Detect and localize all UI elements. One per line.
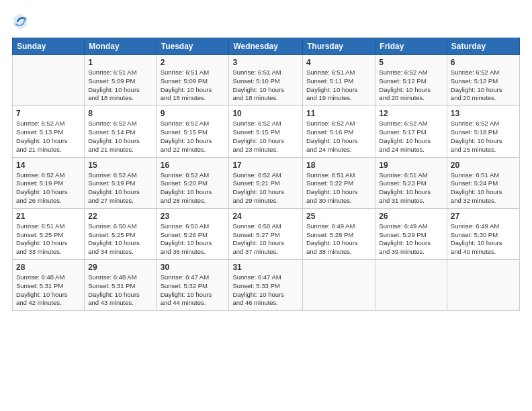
day-number: 18 bbox=[306, 161, 371, 170]
day-info: Sunrise: 6:52 AM Sunset: 5:14 PM Dayligh… bbox=[88, 120, 152, 154]
day-number: 31 bbox=[232, 263, 299, 272]
day-number: 9 bbox=[161, 109, 226, 118]
calendar-week-row: 7Sunrise: 6:52 AM Sunset: 5:13 PM Daylig… bbox=[13, 106, 520, 157]
day-number: 28 bbox=[16, 263, 81, 272]
day-info: Sunrise: 6:51 AM Sunset: 5:09 PM Dayligh… bbox=[161, 68, 226, 103]
day-info: Sunrise: 6:52 AM Sunset: 5:15 PM Dayligh… bbox=[161, 120, 226, 154]
day-info: Sunrise: 6:51 AM Sunset: 5:22 PM Dayligh… bbox=[306, 171, 371, 205]
day-number: 10 bbox=[232, 109, 299, 118]
day-number: 24 bbox=[232, 212, 299, 221]
day-info: Sunrise: 6:52 AM Sunset: 5:20 PM Dayligh… bbox=[161, 171, 226, 205]
day-info: Sunrise: 6:51 AM Sunset: 5:24 PM Dayligh… bbox=[451, 171, 516, 205]
calendar-cell: 27Sunrise: 6:49 AM Sunset: 5:30 PM Dayli… bbox=[447, 208, 519, 259]
day-info: Sunrise: 6:52 AM Sunset: 5:12 PM Dayligh… bbox=[451, 68, 516, 103]
weekday-header: Saturday bbox=[447, 38, 519, 55]
calendar-cell: 13Sunrise: 6:52 AM Sunset: 5:18 PM Dayli… bbox=[447, 106, 519, 157]
day-info: Sunrise: 6:49 AM Sunset: 5:28 PM Dayligh… bbox=[306, 222, 371, 257]
calendar-cell: 2Sunrise: 6:51 AM Sunset: 5:09 PM Daylig… bbox=[157, 55, 229, 106]
day-number: 7 bbox=[16, 109, 81, 118]
calendar-cell: 15Sunrise: 6:52 AM Sunset: 5:19 PM Dayli… bbox=[85, 157, 157, 208]
day-info: Sunrise: 6:51 AM Sunset: 5:23 PM Dayligh… bbox=[379, 171, 443, 205]
day-info: Sunrise: 6:51 AM Sunset: 5:25 PM Dayligh… bbox=[16, 222, 81, 257]
day-number: 25 bbox=[306, 212, 371, 221]
calendar-cell bbox=[375, 260, 447, 311]
calendar-cell: 21Sunrise: 6:51 AM Sunset: 5:25 PM Dayli… bbox=[13, 208, 85, 259]
calendar-cell bbox=[303, 260, 375, 311]
weekday-header-row: SundayMondayTuesdayWednesdayThursdayFrid… bbox=[13, 38, 520, 55]
day-number: 16 bbox=[161, 161, 226, 170]
calendar-cell: 25Sunrise: 6:49 AM Sunset: 5:28 PM Dayli… bbox=[303, 208, 375, 259]
calendar-cell: 22Sunrise: 6:50 AM Sunset: 5:25 PM Dayli… bbox=[85, 208, 157, 259]
calendar-cell: 28Sunrise: 6:48 AM Sunset: 5:31 PM Dayli… bbox=[13, 260, 85, 311]
calendar-week-row: 14Sunrise: 6:52 AM Sunset: 5:19 PM Dayli… bbox=[13, 157, 520, 208]
logo bbox=[12, 12, 30, 31]
calendar-cell: 23Sunrise: 6:50 AM Sunset: 5:26 PM Dayli… bbox=[157, 208, 229, 259]
day-number: 1 bbox=[88, 58, 152, 67]
calendar-cell bbox=[447, 260, 519, 311]
calendar-cell: 14Sunrise: 6:52 AM Sunset: 5:19 PM Dayli… bbox=[13, 157, 85, 208]
calendar-cell: 16Sunrise: 6:52 AM Sunset: 5:20 PM Dayli… bbox=[157, 157, 229, 208]
weekday-header: Sunday bbox=[13, 38, 85, 55]
calendar-cell: 7Sunrise: 6:52 AM Sunset: 5:13 PM Daylig… bbox=[13, 106, 85, 157]
day-info: Sunrise: 6:51 AM Sunset: 5:11 PM Dayligh… bbox=[306, 68, 371, 103]
header bbox=[12, 12, 520, 31]
calendar-week-row: 28Sunrise: 6:48 AM Sunset: 5:31 PM Dayli… bbox=[13, 260, 520, 311]
day-info: Sunrise: 6:52 AM Sunset: 5:19 PM Dayligh… bbox=[16, 171, 81, 205]
day-number: 4 bbox=[306, 58, 371, 67]
day-number: 3 bbox=[232, 58, 299, 67]
day-info: Sunrise: 6:50 AM Sunset: 5:27 PM Dayligh… bbox=[232, 222, 299, 257]
day-number: 5 bbox=[379, 58, 443, 67]
day-number: 29 bbox=[88, 263, 152, 272]
page: SundayMondayTuesdayWednesdayThursdayFrid… bbox=[0, 0, 532, 411]
calendar: SundayMondayTuesdayWednesdayThursdayFrid… bbox=[12, 38, 520, 311]
day-number: 11 bbox=[306, 109, 371, 118]
day-number: 19 bbox=[379, 161, 443, 170]
calendar-cell: 26Sunrise: 6:49 AM Sunset: 5:29 PM Dayli… bbox=[375, 208, 447, 259]
calendar-cell: 11Sunrise: 6:52 AM Sunset: 5:16 PM Dayli… bbox=[303, 106, 375, 157]
calendar-cell: 17Sunrise: 6:52 AM Sunset: 5:21 PM Dayli… bbox=[229, 157, 303, 208]
calendar-cell: 30Sunrise: 6:47 AM Sunset: 5:32 PM Dayli… bbox=[157, 260, 229, 311]
calendar-cell: 18Sunrise: 6:51 AM Sunset: 5:22 PM Dayli… bbox=[303, 157, 375, 208]
day-info: Sunrise: 6:52 AM Sunset: 5:16 PM Dayligh… bbox=[306, 120, 371, 154]
day-info: Sunrise: 6:52 AM Sunset: 5:12 PM Dayligh… bbox=[379, 68, 443, 103]
calendar-cell: 9Sunrise: 6:52 AM Sunset: 5:15 PM Daylig… bbox=[157, 106, 229, 157]
day-info: Sunrise: 6:49 AM Sunset: 5:30 PM Dayligh… bbox=[451, 222, 516, 257]
day-info: Sunrise: 6:52 AM Sunset: 5:19 PM Dayligh… bbox=[88, 171, 152, 205]
day-info: Sunrise: 6:52 AM Sunset: 5:17 PM Dayligh… bbox=[379, 120, 443, 154]
day-info: Sunrise: 6:52 AM Sunset: 5:18 PM Dayligh… bbox=[451, 120, 516, 154]
day-info: Sunrise: 6:51 AM Sunset: 5:09 PM Dayligh… bbox=[88, 68, 152, 103]
day-number: 13 bbox=[451, 109, 516, 118]
calendar-cell: 19Sunrise: 6:51 AM Sunset: 5:23 PM Dayli… bbox=[375, 157, 447, 208]
day-info: Sunrise: 6:51 AM Sunset: 5:10 PM Dayligh… bbox=[232, 68, 299, 103]
day-number: 15 bbox=[88, 161, 152, 170]
day-info: Sunrise: 6:52 AM Sunset: 5:13 PM Dayligh… bbox=[16, 120, 81, 154]
day-info: Sunrise: 6:48 AM Sunset: 5:31 PM Dayligh… bbox=[16, 273, 81, 308]
calendar-cell: 5Sunrise: 6:52 AM Sunset: 5:12 PM Daylig… bbox=[375, 55, 447, 106]
calendar-cell: 8Sunrise: 6:52 AM Sunset: 5:14 PM Daylig… bbox=[85, 106, 157, 157]
day-number: 17 bbox=[232, 161, 299, 170]
weekday-header: Tuesday bbox=[157, 38, 229, 55]
day-number: 20 bbox=[451, 161, 516, 170]
day-number: 27 bbox=[451, 212, 516, 221]
calendar-cell bbox=[13, 55, 85, 106]
day-number: 22 bbox=[88, 212, 152, 221]
weekday-header: Monday bbox=[85, 38, 157, 55]
calendar-cell: 20Sunrise: 6:51 AM Sunset: 5:24 PM Dayli… bbox=[447, 157, 519, 208]
day-number: 21 bbox=[16, 212, 81, 221]
calendar-cell: 4Sunrise: 6:51 AM Sunset: 5:11 PM Daylig… bbox=[303, 55, 375, 106]
day-info: Sunrise: 6:47 AM Sunset: 5:32 PM Dayligh… bbox=[161, 273, 226, 308]
day-info: Sunrise: 6:50 AM Sunset: 5:26 PM Dayligh… bbox=[161, 222, 226, 257]
day-number: 26 bbox=[379, 212, 443, 221]
day-number: 14 bbox=[16, 161, 81, 170]
calendar-cell: 3Sunrise: 6:51 AM Sunset: 5:10 PM Daylig… bbox=[229, 55, 303, 106]
day-info: Sunrise: 6:52 AM Sunset: 5:21 PM Dayligh… bbox=[232, 171, 299, 205]
weekday-header: Friday bbox=[375, 38, 447, 55]
calendar-cell: 31Sunrise: 6:47 AM Sunset: 5:33 PM Dayli… bbox=[229, 260, 303, 311]
calendar-week-row: 1Sunrise: 6:51 AM Sunset: 5:09 PM Daylig… bbox=[13, 55, 520, 106]
weekday-header: Thursday bbox=[303, 38, 375, 55]
calendar-cell: 1Sunrise: 6:51 AM Sunset: 5:09 PM Daylig… bbox=[85, 55, 157, 106]
day-info: Sunrise: 6:48 AM Sunset: 5:31 PM Dayligh… bbox=[88, 273, 152, 308]
day-info: Sunrise: 6:52 AM Sunset: 5:15 PM Dayligh… bbox=[232, 120, 299, 154]
calendar-week-row: 21Sunrise: 6:51 AM Sunset: 5:25 PM Dayli… bbox=[13, 208, 520, 259]
logo-icon bbox=[12, 12, 28, 31]
